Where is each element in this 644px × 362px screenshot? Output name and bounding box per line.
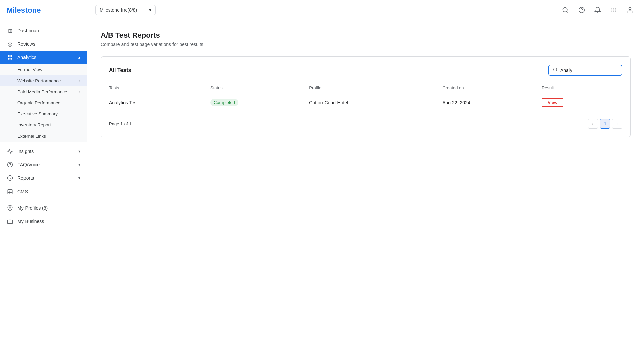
user-button[interactable] [624, 4, 636, 16]
col-header-result: Result [542, 83, 622, 93]
my-business-icon [7, 218, 13, 225]
svg-rect-3 [11, 58, 12, 60]
sidebar-item-analytics[interactable]: Analytics ▴ [0, 51, 87, 64]
search-box[interactable] [548, 65, 622, 76]
sidebar-item-paid-media-performance[interactable]: Paid Media Performance › [0, 86, 87, 97]
sidebar-item-funnel-view[interactable]: Funnel View [0, 64, 87, 75]
col-header-created-on[interactable]: Created on ↓ [442, 83, 542, 93]
nav-divider-2 [0, 200, 87, 200]
analytics-subnav: Funnel View Website Performance › Paid M… [0, 64, 87, 142]
tests-card: All Tests Tests Status [101, 56, 631, 137]
svg-rect-12 [8, 220, 13, 224]
card-title: All Tests [109, 67, 131, 73]
org-name: Milestone Inc(8/8) [100, 7, 137, 13]
svg-point-22 [615, 9, 616, 10]
content-area: A/B Test Reports Compare and test page v… [87, 20, 644, 362]
sidebar-item-reports[interactable]: Reports ▾ [0, 171, 87, 185]
insights-label: Insights [17, 149, 74, 154]
svg-point-26 [629, 7, 631, 10]
my-profiles-label: My Profiles (8) [17, 205, 80, 211]
svg-rect-2 [8, 58, 9, 60]
sidebar-item-inventory-report[interactable]: Inventory Report [0, 119, 87, 131]
table-row: Analytics Test Completed Cotton Court Ho… [109, 93, 622, 112]
svg-line-28 [556, 71, 557, 72]
svg-rect-0 [8, 55, 9, 57]
reviews-icon: ◎ [7, 41, 13, 47]
pagination-info: Page 1 of 1 [109, 121, 132, 126]
org-selector[interactable]: Milestone Inc(8/8) ▾ [95, 5, 156, 15]
reports-label: Reports [17, 175, 74, 181]
page-title: A/B Test Reports [101, 31, 631, 40]
sidebar-item-dashboard[interactable]: ⊞ Dashboard [0, 24, 87, 37]
pagination-controls: ← 1 → [588, 119, 622, 129]
sidebar-item-cms[interactable]: CMS [0, 185, 87, 198]
my-profiles-icon [7, 205, 13, 211]
view-button[interactable]: View [542, 98, 563, 107]
svg-line-14 [567, 11, 568, 12]
topbar: Milestone Inc(8/8) ▾ [87, 0, 644, 20]
sidebar-item-label: Analytics [17, 55, 74, 60]
svg-point-21 [613, 9, 614, 10]
svg-rect-7 [8, 189, 12, 194]
svg-point-13 [563, 7, 567, 12]
cell-result: View [542, 93, 622, 112]
faq-icon [7, 161, 13, 168]
website-performance-chevron-icon: › [79, 79, 80, 83]
next-page-button[interactable]: → [612, 119, 622, 129]
page-subtitle: Compare and test page variations for bes… [101, 42, 631, 47]
sidebar-item-faq-voice[interactable]: FAQ/Voice ▾ [0, 158, 87, 171]
svg-point-19 [615, 7, 616, 8]
inventory-report-label: Inventory Report [17, 122, 51, 127]
svg-point-18 [613, 7, 614, 8]
cms-label: CMS [17, 189, 80, 194]
sidebar-item-website-performance[interactable]: Website Performance › [0, 75, 87, 86]
sidebar-item-label: Reviews [17, 41, 80, 47]
svg-point-17 [611, 7, 612, 8]
notifications-button[interactable] [592, 4, 604, 16]
sidebar-item-executive-summary[interactable]: Executive Summary [0, 108, 87, 119]
sidebar-item-insights[interactable]: Insights ▾ [0, 145, 87, 158]
svg-point-24 [613, 11, 614, 12]
card-header: All Tests [109, 65, 622, 76]
org-chevron-icon: ▾ [149, 7, 151, 13]
help-button[interactable] [576, 4, 588, 16]
search-input[interactable] [560, 68, 617, 73]
my-business-label: My Business [17, 219, 80, 224]
page-1-button[interactable]: 1 [600, 119, 610, 129]
sidebar-item-reviews[interactable]: ◎ Reviews [0, 37, 87, 51]
svg-point-20 [611, 9, 612, 10]
nav-divider [0, 143, 87, 143]
apps-button[interactable] [608, 4, 620, 16]
cell-test-name: Analytics Test [109, 93, 210, 112]
sidebar-item-my-profiles[interactable]: My Profiles (8) [0, 201, 87, 215]
nav-main: ⊞ Dashboard ◎ Reviews Analytics ▴ Funnel… [0, 21, 87, 231]
search-button[interactable] [559, 4, 572, 16]
cms-icon [7, 188, 13, 195]
sidebar: Milestone ⊞ Dashboard ◎ Reviews Analytic… [0, 0, 87, 362]
paid-media-chevron-icon: › [79, 90, 80, 94]
svg-point-23 [611, 11, 612, 12]
sidebar-item-my-business[interactable]: My Business [0, 215, 87, 228]
sidebar-item-organic-performance[interactable]: Organic Performance [0, 97, 87, 108]
analytics-chevron-icon: ▴ [78, 55, 80, 60]
sidebar-item-external-links[interactable]: External Links [0, 131, 87, 142]
svg-point-25 [615, 11, 616, 12]
main-area: Milestone Inc(8/8) ▾ A/B Test Reports Co… [87, 0, 644, 362]
insights-chevron-icon: ▾ [78, 149, 80, 154]
cell-profile: Cotton Court Hotel [309, 93, 442, 112]
col-header-status: Status [210, 83, 309, 93]
reports-chevron-icon: ▾ [78, 176, 80, 180]
paid-media-label: Paid Media Performance [17, 89, 67, 94]
logo: Milestone [0, 0, 87, 21]
external-links-label: External Links [17, 134, 46, 139]
sort-icon: ↓ [465, 86, 467, 90]
status-badge: Completed [210, 99, 238, 106]
executive-summary-label: Executive Summary [17, 111, 58, 116]
funnel-view-label: Funnel View [17, 67, 42, 72]
dashboard-icon: ⊞ [7, 27, 13, 34]
svg-point-27 [554, 68, 557, 71]
tests-table: Tests Status Profile Created on ↓ [109, 83, 622, 112]
analytics-icon [7, 54, 13, 61]
svg-rect-1 [11, 55, 12, 57]
prev-page-button[interactable]: ← [588, 119, 598, 129]
